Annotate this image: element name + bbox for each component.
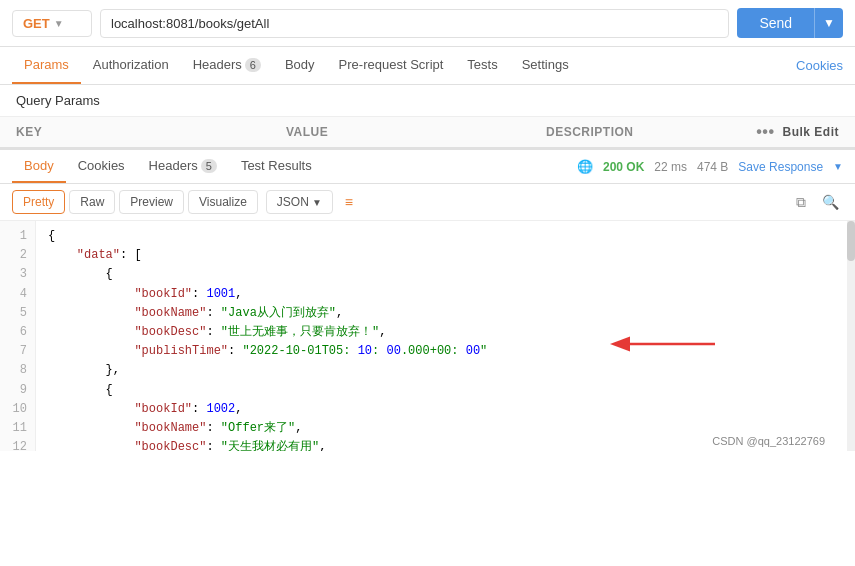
send-button-group: Send ▼ <box>737 8 843 38</box>
send-button[interactable]: Send <box>737 8 814 38</box>
tab-settings[interactable]: Settings <box>510 47 581 84</box>
scrollbar-track[interactable] <box>847 221 855 451</box>
kv-header-row: KEY VALUE DESCRIPTION ••• Bulk Edit <box>0 117 855 148</box>
scrollbar-thumb[interactable] <box>847 221 855 261</box>
response-time: 22 ms <box>654 160 687 174</box>
format-preview-button[interactable]: Preview <box>119 190 184 214</box>
response-tab-cookies[interactable]: Cookies <box>66 150 137 183</box>
value-column-header: VALUE <box>286 125 546 139</box>
method-label: GET <box>23 16 50 31</box>
save-response-button[interactable]: Save Response <box>738 160 823 174</box>
send-dropdown-button[interactable]: ▼ <box>814 8 843 38</box>
tab-tests[interactable]: Tests <box>455 47 509 84</box>
description-column-header: DESCRIPTION <box>546 125 756 139</box>
tab-params[interactable]: Params <box>12 47 81 84</box>
search-icon[interactable]: 🔍 <box>818 192 843 213</box>
bulk-edit-button[interactable]: Bulk Edit <box>782 125 839 139</box>
response-metadata: 🌐 200 OK 22 ms 474 B Save Response ▼ <box>577 159 843 174</box>
response-tab-test-results[interactable]: Test Results <box>229 150 324 183</box>
tab-prerequest[interactable]: Pre-request Script <box>327 47 456 84</box>
tab-authorization[interactable]: Authorization <box>81 47 181 84</box>
response-section: Body Cookies Headers5 Test Results 🌐 200… <box>0 148 855 451</box>
format-bar: Pretty Raw Preview Visualize JSON ▼ ≡ ⧉ … <box>0 184 855 221</box>
filter-icon[interactable]: ≡ <box>345 194 353 210</box>
watermark: CSDN @qq_23122769 <box>712 435 825 447</box>
url-bar: GET ▼ Send ▼ <box>0 0 855 47</box>
format-raw-button[interactable]: Raw <box>69 190 115 214</box>
tab-body[interactable]: Body <box>273 47 327 84</box>
response-tab-body[interactable]: Body <box>12 150 66 183</box>
more-options-icon[interactable]: ••• <box>756 123 774 141</box>
copy-icon[interactable]: ⧉ <box>792 192 810 213</box>
method-chevron-icon: ▼ <box>54 18 64 29</box>
code-action-icons: ⧉ 🔍 <box>792 192 843 213</box>
response-tab-headers[interactable]: Headers5 <box>137 150 229 183</box>
save-response-dropdown-icon[interactable]: ▼ <box>833 161 843 172</box>
format-pretty-button[interactable]: Pretty <box>12 190 65 214</box>
response-size: 474 B <box>697 160 728 174</box>
cookies-link[interactable]: Cookies <box>796 48 843 83</box>
json-type-selector[interactable]: JSON ▼ <box>266 190 333 214</box>
globe-icon: 🌐 <box>577 159 593 174</box>
format-visualize-button[interactable]: Visualize <box>188 190 258 214</box>
line-numbers: 123456789101112131415161718 <box>0 221 36 451</box>
method-selector[interactable]: GET ▼ <box>12 10 92 37</box>
kv-actions: ••• Bulk Edit <box>756 123 839 141</box>
status-badge: 200 OK <box>603 160 644 174</box>
response-body-code: 123456789101112131415161718 { "data": [ … <box>0 221 855 451</box>
key-column-header: KEY <box>16 125 286 139</box>
query-params-label: Query Params <box>0 85 855 117</box>
tab-headers[interactable]: Headers6 <box>181 47 273 84</box>
url-input[interactable] <box>100 9 729 38</box>
response-tab-bar: Body Cookies Headers5 Test Results 🌐 200… <box>0 150 855 184</box>
code-content: { "data": [ { "bookId": 1001, "bookName"… <box>36 221 855 451</box>
request-tab-bar: Params Authorization Headers6 Body Pre-r… <box>0 47 855 85</box>
json-type-chevron-icon: ▼ <box>312 197 322 208</box>
